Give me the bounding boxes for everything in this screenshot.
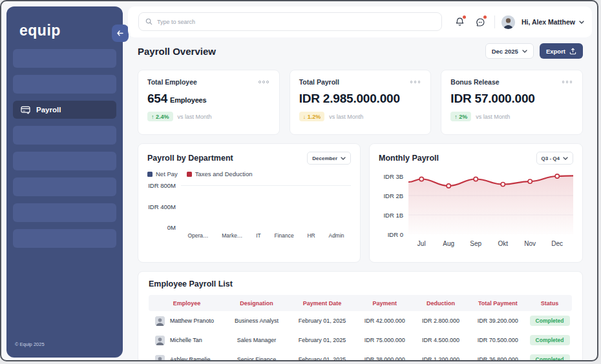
employee-payroll-list: Employee Payroll List EmployeeDesignatio… — [138, 271, 583, 361]
net-pay-swatch — [147, 172, 153, 177]
total-payment-cell: IDR 39.200.000 — [469, 318, 528, 324]
user-menu[interactable]: Hi, Alex Matthew — [522, 15, 584, 29]
chevron-down-icon — [341, 157, 346, 160]
status-badge: Completed — [530, 335, 570, 345]
sidebar-collapse-button[interactable] — [112, 25, 129, 42]
line-data-point — [501, 183, 505, 187]
notification-dot — [463, 15, 466, 19]
line-data-point — [419, 177, 423, 181]
line-x-axis: JulAugSepOktNovDec — [408, 240, 573, 249]
copyright-text: © Equip 2025 — [15, 341, 45, 347]
card-menu-button[interactable] — [257, 79, 270, 85]
designation-cell: Business Analyst — [225, 318, 288, 324]
employee-cell: Matthew Pranoto — [149, 316, 225, 326]
payroll-card-icon — [21, 106, 30, 114]
line-data-point — [528, 179, 532, 183]
arrow-left-icon — [117, 30, 123, 36]
quarter-dropdown[interactable]: Q3 - Q4 — [536, 152, 573, 165]
total-payment-cell: IDR 36.800.000 — [469, 356, 528, 361]
delta-caption: vs last Month — [476, 114, 510, 120]
column-header: Designation — [225, 300, 288, 307]
messages-button[interactable] — [474, 15, 488, 29]
chevron-down-icon — [522, 50, 527, 53]
chevron-down-icon — [563, 157, 568, 160]
employee-avatar — [155, 355, 165, 362]
chart-title: Monthly Payroll — [379, 154, 439, 163]
search-icon — [145, 18, 153, 25]
page-title: Payroll Overview — [138, 46, 216, 57]
table-body: Matthew Pranoto Business Analyst Februar… — [149, 311, 572, 361]
employee-photo — [155, 355, 165, 362]
column-header: Payment — [356, 300, 413, 307]
column-header: Status — [527, 300, 572, 307]
sidebar-item-placeholder[interactable] — [13, 126, 116, 145]
sidebar: equip Payroll © Equip 2025 — [6, 6, 123, 358]
column-header: Payment Date — [288, 300, 356, 307]
payment-date-cell: February 01, 2025 — [288, 318, 356, 324]
bar-chart-plot-area: IDR 800MIDR 400M0M — [147, 185, 351, 227]
page-header: Payroll Overview Dec 2025 Export — [138, 43, 583, 59]
designation-cell: Sales Manager — [225, 337, 288, 343]
sidebar-item-placeholder[interactable] — [13, 177, 116, 196]
stat-card-total-employee: Total Employee 654Employees ↑ 2.4% vs la… — [138, 70, 280, 135]
delta-caption: vs last Month — [329, 114, 363, 120]
employee-cell: Michelle Tan — [149, 336, 225, 345]
sidebar-item-placeholder[interactable] — [13, 229, 116, 248]
employee-name: Michelle Tan — [170, 337, 202, 343]
line-y-tick: IDR 3B — [383, 173, 403, 180]
table-row: Michelle Tan Sales Manager February 01, … — [149, 330, 572, 350]
sidebar-item-placeholder[interactable] — [13, 203, 116, 222]
employee-name: Ashley Ramelie — [170, 356, 211, 361]
monthly-payroll-chart: Monthly Payroll Q3 - Q4 IDR 3BIDR 2BIDR … — [369, 143, 583, 263]
line-x-tick: Okt — [498, 240, 508, 247]
line-y-tick: IDR 1B — [383, 212, 403, 219]
sidebar-item-placeholder[interactable] — [13, 75, 116, 94]
status-badge: Completed — [530, 354, 570, 361]
payment-cell: IDR 38.000.000 — [356, 356, 413, 361]
user-avatar[interactable] — [501, 15, 515, 29]
sidebar-item-placeholder[interactable] — [13, 49, 116, 68]
search-input[interactable] — [157, 19, 435, 25]
line-x-tick: Sep — [470, 240, 481, 247]
divider — [494, 15, 495, 28]
delta-badge: ↑ 2.4% — [147, 112, 173, 121]
stat-title: Total Payroll — [299, 78, 339, 86]
stat-value: 654Employees — [147, 92, 270, 106]
column-header: Employee — [149, 300, 225, 307]
legend-label: Net Pay — [156, 170, 178, 177]
stat-title: Total Employee — [147, 78, 197, 86]
app-window: equip Payroll © Equip 2025 — [0, 0, 598, 361]
page-actions: Dec 2025 Export — [485, 43, 583, 59]
card-menu-button[interactable] — [561, 79, 574, 85]
sidebar-item-placeholder[interactable] — [13, 152, 116, 170]
table-row: Matthew Pranoto Business Analyst Februar… — [149, 311, 572, 330]
export-button[interactable]: Export — [540, 43, 583, 59]
table-header: EmployeeDesignationPayment DatePaymentDe… — [149, 295, 572, 311]
search-box[interactable] — [138, 12, 442, 31]
employee-photo — [155, 316, 165, 326]
stat-value: IDR 2.985.000.000 — [299, 92, 422, 106]
bar-y-tick: IDR 800M — [148, 182, 176, 189]
line-data-point — [555, 174, 559, 178]
chart-title: Payroll by Department — [147, 154, 233, 163]
delta-badge: ↓ 1.2% — [299, 112, 325, 121]
line-x-tick: Dec — [551, 240, 563, 247]
payment-date-cell: February 01, 2025 — [288, 337, 356, 343]
sidebar-item-payroll[interactable]: Payroll — [13, 101, 116, 119]
month-dropdown[interactable]: December — [307, 152, 351, 165]
deduction-cell: IDR 2.800.000 — [413, 318, 468, 324]
line-x-tick: Nov — [524, 240, 536, 247]
period-dropdown-value: Dec 2025 — [492, 48, 518, 55]
person-photo — [501, 15, 515, 29]
employee-photo — [155, 336, 165, 345]
bar-x-tick: Finance — [274, 232, 293, 239]
quarter-dropdown-value: Q3 - Q4 — [542, 156, 560, 161]
period-dropdown[interactable]: Dec 2025 — [485, 43, 534, 59]
sidebar-item-label: Payroll — [36, 106, 61, 114]
bar-x-axis: Opera…Marke…ITFinanceHRAdmin — [181, 232, 351, 239]
month-dropdown-value: December — [312, 156, 337, 161]
notifications-button[interactable] — [453, 15, 467, 29]
delta-badge: ↑ 2% — [450, 112, 471, 121]
line-data-point — [447, 184, 450, 188]
card-menu-button[interactable] — [409, 79, 422, 85]
